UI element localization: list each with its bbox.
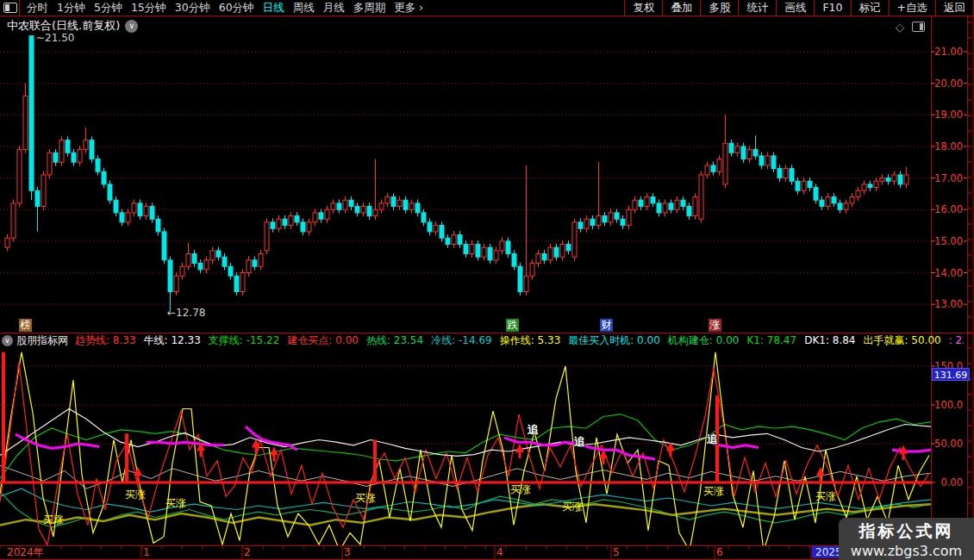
- candles-layer: [5, 36, 908, 312]
- price-tick-label: 14.00: [928, 267, 963, 279]
- white-line: [0, 409, 931, 457]
- chase-signal-label: 追: [574, 436, 585, 448]
- tool-menu: 复权叠加多股统计画线F10标记+自选返回: [624, 0, 974, 16]
- indicator-value-13: : 23.54: [949, 334, 964, 346]
- site-watermark: 指标公式网 www.zbgs3.com: [839, 518, 974, 560]
- price-tick-label: 13.00: [928, 298, 963, 310]
- marquee-watermark-char: 涨: [709, 319, 721, 332]
- buy-signal-label: 买涨: [562, 501, 583, 513]
- indicator-value-7: 操作线: 5.33: [500, 334, 561, 346]
- buy-signal-label: 买涨: [125, 489, 146, 501]
- buy-signal-label: 买涨: [703, 486, 724, 497]
- period-tab-5[interactable]: 30分钟: [175, 1, 210, 14]
- tool-button-6[interactable]: F10: [814, 0, 850, 16]
- tool-button-2[interactable]: 叠加: [662, 0, 700, 16]
- watermark-site-name: 指标公式网: [839, 520, 974, 543]
- signal-bar: [2, 352, 5, 482]
- yellow-line: [0, 352, 929, 551]
- buy-signal-label: 买涨: [165, 498, 186, 509]
- period-tab-7[interactable]: 日线: [263, 1, 284, 14]
- period-tab-8[interactable]: 周线: [293, 1, 315, 14]
- chevron-down-icon[interactable]: ∨: [2, 335, 13, 346]
- marquee-watermark-char: 榜: [19, 319, 32, 332]
- high-price-note: ~21.50: [36, 32, 74, 44]
- low-price-note: ←12.78: [167, 307, 205, 319]
- indicator-value-9: 机构建仓: 0.00: [668, 334, 740, 346]
- tool-button-7[interactable]: 标记: [851, 0, 889, 16]
- up-arrow-marker: [252, 439, 260, 454]
- tool-button-3[interactable]: 多股: [700, 0, 738, 16]
- date-label: 1: [143, 546, 150, 558]
- indicator-value-12: 出手就赢: 50.00: [863, 334, 940, 346]
- indicator-layer: [0, 352, 931, 551]
- price-tick-label: 19.00: [928, 109, 963, 121]
- indicator-value-1: 趋势线: 8.33: [75, 334, 136, 346]
- period-tab-1[interactable]: 分时: [27, 1, 48, 14]
- price-tick-label: 16.00: [928, 203, 963, 215]
- date-label: 2: [244, 546, 251, 558]
- date-axis[interactable]: 2024年1234562025: [0, 545, 974, 560]
- watermark-site-url: www.zbgs3.com: [839, 543, 974, 559]
- indicator-value-3: 支撑线: -15.22: [209, 334, 280, 346]
- indicator-header: ∨ 股朋指标网 趋势线: 8.33牛线: 12.33支撑线: -15.22建仓买…: [0, 334, 964, 347]
- up-arrow-marker: [134, 467, 142, 482]
- tool-button-8[interactable]: +自选: [889, 0, 935, 16]
- buy-signal-label: 买涨: [510, 484, 531, 495]
- olive-line: [0, 504, 931, 525]
- indicator-tick-label: 50.00: [928, 438, 963, 450]
- chevron-down-icon[interactable]: ∨: [125, 20, 138, 33]
- window-layout-icon[interactable]: [3, 3, 17, 13]
- period-menu: 分时1分钟5分钟15分钟30分钟60分钟日线周线月线多周期更多 ›: [19, 0, 432, 16]
- date-label: 4: [496, 546, 503, 558]
- date-label: 5: [613, 546, 620, 558]
- marquee-watermark-char: 财: [600, 319, 613, 332]
- indicator-value-8: 最佳买入时机: 0.00: [568, 334, 660, 346]
- period-tab-9[interactable]: 月线: [323, 1, 345, 14]
- period-tab-4[interactable]: 15分钟: [131, 1, 166, 14]
- price-tick-label: 17.00: [928, 172, 963, 184]
- up-arrow-marker: [599, 450, 608, 464]
- price-tick-label: 21.00: [928, 46, 963, 58]
- indicator-value-box: 131.69: [932, 368, 970, 381]
- indicator-tick-label: 0.00: [928, 476, 963, 488]
- price-tick-label: 20.00: [928, 78, 963, 90]
- tool-button-4[interactable]: 统计: [738, 0, 776, 16]
- period-tab-2[interactable]: 1分钟: [57, 1, 85, 14]
- buy-signal-label: 买涨: [43, 514, 64, 526]
- buy-signal-label: 买涨: [355, 493, 376, 504]
- date-label: 6: [716, 546, 723, 558]
- top-menu-bar: 分时1分钟5分钟15分钟30分钟60分钟日线周线月线多周期更多 › 复权叠加多股…: [0, 0, 974, 16]
- price-axis[interactable]: 21.0020.0019.0018.0017.0016.0015.0014.00…: [931, 16, 966, 545]
- date-label: 3: [344, 546, 351, 558]
- indicator-title: 股朋指标网: [16, 334, 68, 347]
- signal-bar: [373, 440, 377, 483]
- chase-signal-label: 追: [707, 433, 718, 445]
- tool-button-9[interactable]: 返回: [935, 0, 973, 16]
- indicator-value-2: 牛线: 12.33: [144, 334, 201, 346]
- indicator-value-4: 建仓买点: 0.00: [287, 334, 359, 346]
- date-label: 2024年: [7, 546, 44, 558]
- period-tab-3[interactable]: 5分钟: [94, 1, 122, 14]
- magenta-line: [147, 442, 224, 445]
- diamond-icon[interactable]: ◇: [896, 21, 904, 34]
- period-tab-6[interactable]: 60分钟: [219, 1, 254, 14]
- price-tick-label: 15.00: [928, 235, 963, 247]
- magenta-line: [892, 450, 931, 451]
- indicator-value-11: DK1: 8.84: [804, 334, 855, 346]
- indicator-tick-label: 100.0: [928, 399, 963, 411]
- tool-button-5[interactable]: 画线: [776, 0, 814, 16]
- up-arrow-marker: [816, 467, 825, 482]
- chart-canvas[interactable]: [0, 0, 974, 560]
- signal-bar: [125, 433, 128, 482]
- up-arrow-marker: [515, 444, 524, 458]
- period-tab-10[interactable]: 多周期: [353, 1, 386, 14]
- price-tick-label: 18.00: [928, 140, 963, 152]
- indicator-value-5: 热线: 23.54: [366, 334, 423, 346]
- buy-signal-label: 买涨: [815, 491, 836, 502]
- panel-split-icon[interactable]: [912, 22, 925, 32]
- indicator-values: 趋势线: 8.33牛线: 12.33支撑线: -15.22建仓买点: 0.00热…: [75, 334, 964, 347]
- tool-button-1[interactable]: 复权: [624, 0, 662, 16]
- indicator-value-6: 冷线: -14.69: [431, 334, 492, 346]
- period-tab-11[interactable]: 更多 ›: [394, 1, 423, 14]
- indicator-value-10: K1: 78.47: [746, 334, 796, 346]
